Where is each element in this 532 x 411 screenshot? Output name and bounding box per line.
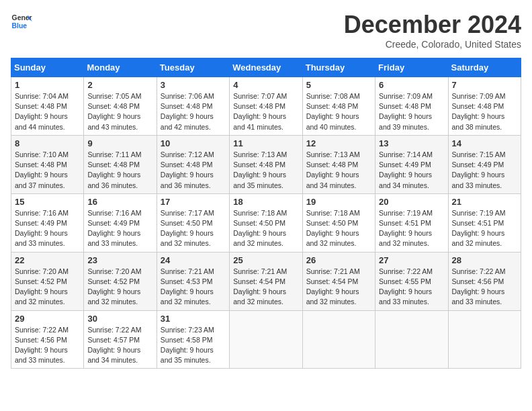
calendar-cell: 25 Sunrise: 7:21 AMSunset: 4:54 PMDaylig… xyxy=(230,252,302,310)
cell-info: Sunrise: 7:22 AMSunset: 4:56 PMDaylight:… xyxy=(15,326,69,365)
location: Creede, Colorado, United States xyxy=(344,39,521,50)
calendar-table: SundayMondayTuesdayWednesdayThursdayFrid… xyxy=(11,58,521,369)
day-number: 23 xyxy=(87,255,152,265)
day-number: 13 xyxy=(379,138,444,148)
day-number: 14 xyxy=(452,138,517,148)
calendar-cell: 12 Sunrise: 7:13 AMSunset: 4:48 PMDaylig… xyxy=(302,135,375,193)
calendar-cell: 22 Sunrise: 7:20 AMSunset: 4:52 PMDaylig… xyxy=(11,252,84,310)
cell-info: Sunrise: 7:21 AMSunset: 4:53 PMDaylight:… xyxy=(161,267,214,306)
cell-info: Sunrise: 7:05 AMSunset: 4:48 PMDaylight:… xyxy=(87,92,141,131)
cell-info: Sunrise: 7:07 AMSunset: 4:48 PMDaylight:… xyxy=(233,92,287,131)
day-number: 4 xyxy=(233,80,298,90)
cell-info: Sunrise: 7:14 AMSunset: 4:49 PMDaylight:… xyxy=(379,150,433,189)
calendar-cell: 17 Sunrise: 7:17 AMSunset: 4:50 PMDaylig… xyxy=(157,193,229,252)
cell-info: Sunrise: 7:22 AMSunset: 4:57 PMDaylight:… xyxy=(87,326,141,365)
calendar-cell: 21 Sunrise: 7:19 AMSunset: 4:51 PMDaylig… xyxy=(448,193,521,252)
col-header-wednesday: Wednesday xyxy=(230,58,302,77)
cell-info: Sunrise: 7:18 AMSunset: 4:50 PMDaylight:… xyxy=(306,209,360,248)
day-number: 3 xyxy=(161,80,226,90)
week-row-3: 15 Sunrise: 7:16 AMSunset: 4:49 PMDaylig… xyxy=(11,193,521,252)
calendar-cell: 30 Sunrise: 7:22 AMSunset: 4:57 PMDaylig… xyxy=(84,310,157,369)
title-area: December 2024 Creede, Colorado, United S… xyxy=(344,11,521,50)
month-title: December 2024 xyxy=(344,11,521,39)
day-number: 18 xyxy=(233,197,298,207)
day-number: 12 xyxy=(306,138,371,148)
col-header-tuesday: Tuesday xyxy=(157,58,229,77)
day-number: 22 xyxy=(15,255,80,265)
calendar-cell: 4 Sunrise: 7:07 AMSunset: 4:48 PMDayligh… xyxy=(230,77,302,136)
day-number: 28 xyxy=(452,255,517,265)
week-row-5: 29 Sunrise: 7:22 AMSunset: 4:56 PMDaylig… xyxy=(11,310,521,369)
calendar-cell: 1 Sunrise: 7:04 AMSunset: 4:48 PMDayligh… xyxy=(11,77,84,136)
cell-info: Sunrise: 7:12 AMSunset: 4:48 PMDaylight:… xyxy=(161,150,214,189)
calendar-cell: 29 Sunrise: 7:22 AMSunset: 4:56 PMDaylig… xyxy=(11,310,84,369)
calendar-cell: 16 Sunrise: 7:16 AMSunset: 4:49 PMDaylig… xyxy=(84,193,157,252)
cell-info: Sunrise: 7:08 AMSunset: 4:48 PMDaylight:… xyxy=(306,92,360,131)
calendar-cell: 11 Sunrise: 7:13 AMSunset: 4:48 PMDaylig… xyxy=(230,135,302,193)
cell-info: Sunrise: 7:13 AMSunset: 4:48 PMDaylight:… xyxy=(233,150,287,189)
calendar-cell: 6 Sunrise: 7:09 AMSunset: 4:48 PMDayligh… xyxy=(375,77,448,136)
calendar-cell xyxy=(302,310,375,369)
calendar-cell: 10 Sunrise: 7:12 AMSunset: 4:48 PMDaylig… xyxy=(157,135,229,193)
week-row-2: 8 Sunrise: 7:10 AMSunset: 4:48 PMDayligh… xyxy=(11,135,521,193)
day-number: 26 xyxy=(306,255,371,265)
day-number: 31 xyxy=(161,314,226,324)
cell-info: Sunrise: 7:06 AMSunset: 4:48 PMDaylight:… xyxy=(161,92,214,131)
cell-info: Sunrise: 7:13 AMSunset: 4:48 PMDaylight:… xyxy=(306,150,360,189)
day-number: 9 xyxy=(87,138,152,148)
cell-info: Sunrise: 7:04 AMSunset: 4:48 PMDaylight:… xyxy=(15,92,69,131)
day-number: 6 xyxy=(379,80,444,90)
col-header-thursday: Thursday xyxy=(302,58,375,77)
day-number: 19 xyxy=(306,197,371,207)
cell-info: Sunrise: 7:10 AMSunset: 4:48 PMDaylight:… xyxy=(15,150,69,189)
col-header-sunday: Sunday xyxy=(11,58,84,77)
cell-info: Sunrise: 7:19 AMSunset: 4:51 PMDaylight:… xyxy=(379,209,433,248)
calendar-cell: 13 Sunrise: 7:14 AMSunset: 4:49 PMDaylig… xyxy=(375,135,448,193)
cell-info: Sunrise: 7:22 AMSunset: 4:55 PMDaylight:… xyxy=(379,267,433,306)
day-number: 7 xyxy=(452,80,517,90)
svg-text:Blue: Blue xyxy=(12,22,28,30)
day-number: 27 xyxy=(379,255,444,265)
calendar-cell: 19 Sunrise: 7:18 AMSunset: 4:50 PMDaylig… xyxy=(302,193,375,252)
day-number: 15 xyxy=(15,197,80,207)
cell-info: Sunrise: 7:09 AMSunset: 4:48 PMDaylight:… xyxy=(452,92,506,131)
calendar-cell: 27 Sunrise: 7:22 AMSunset: 4:55 PMDaylig… xyxy=(375,252,448,310)
calendar-cell: 8 Sunrise: 7:10 AMSunset: 4:48 PMDayligh… xyxy=(11,135,84,193)
cell-info: Sunrise: 7:22 AMSunset: 4:56 PMDaylight:… xyxy=(452,267,506,306)
calendar-cell: 2 Sunrise: 7:05 AMSunset: 4:48 PMDayligh… xyxy=(84,77,157,136)
calendar-cell: 9 Sunrise: 7:11 AMSunset: 4:48 PMDayligh… xyxy=(84,135,157,193)
col-header-monday: Monday xyxy=(84,58,157,77)
cell-info: Sunrise: 7:18 AMSunset: 4:50 PMDaylight:… xyxy=(233,209,287,248)
cell-info: Sunrise: 7:16 AMSunset: 4:49 PMDaylight:… xyxy=(87,209,141,248)
cell-info: Sunrise: 7:23 AMSunset: 4:58 PMDaylight:… xyxy=(161,326,214,365)
cell-info: Sunrise: 7:16 AMSunset: 4:49 PMDaylight:… xyxy=(15,209,69,248)
calendar-cell: 5 Sunrise: 7:08 AMSunset: 4:48 PMDayligh… xyxy=(302,77,375,136)
col-header-friday: Friday xyxy=(375,58,448,77)
day-number: 17 xyxy=(161,197,226,207)
calendar-header-row: SundayMondayTuesdayWednesdayThursdayFrid… xyxy=(11,58,521,77)
week-row-1: 1 Sunrise: 7:04 AMSunset: 4:48 PMDayligh… xyxy=(11,77,521,136)
logo: General Blue xyxy=(11,11,32,32)
col-header-saturday: Saturday xyxy=(448,58,521,77)
calendar-cell: 15 Sunrise: 7:16 AMSunset: 4:49 PMDaylig… xyxy=(11,193,84,252)
calendar-cell: 28 Sunrise: 7:22 AMSunset: 4:56 PMDaylig… xyxy=(448,252,521,310)
calendar-cell xyxy=(375,310,448,369)
calendar-cell: 23 Sunrise: 7:20 AMSunset: 4:52 PMDaylig… xyxy=(84,252,157,310)
cell-info: Sunrise: 7:09 AMSunset: 4:48 PMDaylight:… xyxy=(379,92,433,131)
cell-info: Sunrise: 7:15 AMSunset: 4:49 PMDaylight:… xyxy=(452,150,506,189)
calendar-cell: 24 Sunrise: 7:21 AMSunset: 4:53 PMDaylig… xyxy=(157,252,229,310)
day-number: 20 xyxy=(379,197,444,207)
day-number: 25 xyxy=(233,255,298,265)
day-number: 2 xyxy=(87,80,152,90)
cell-info: Sunrise: 7:20 AMSunset: 4:52 PMDaylight:… xyxy=(15,267,69,306)
day-number: 16 xyxy=(87,197,152,207)
cell-info: Sunrise: 7:21 AMSunset: 4:54 PMDaylight:… xyxy=(306,267,360,306)
logo-icon: General Blue xyxy=(11,11,32,32)
calendar-cell xyxy=(230,310,302,369)
day-number: 11 xyxy=(233,138,298,148)
page-header: General Blue December 2024 Creede, Color… xyxy=(11,11,521,50)
day-number: 10 xyxy=(161,138,226,148)
cell-info: Sunrise: 7:11 AMSunset: 4:48 PMDaylight:… xyxy=(87,150,141,189)
day-number: 21 xyxy=(452,197,517,207)
calendar-cell: 3 Sunrise: 7:06 AMSunset: 4:48 PMDayligh… xyxy=(157,77,229,136)
